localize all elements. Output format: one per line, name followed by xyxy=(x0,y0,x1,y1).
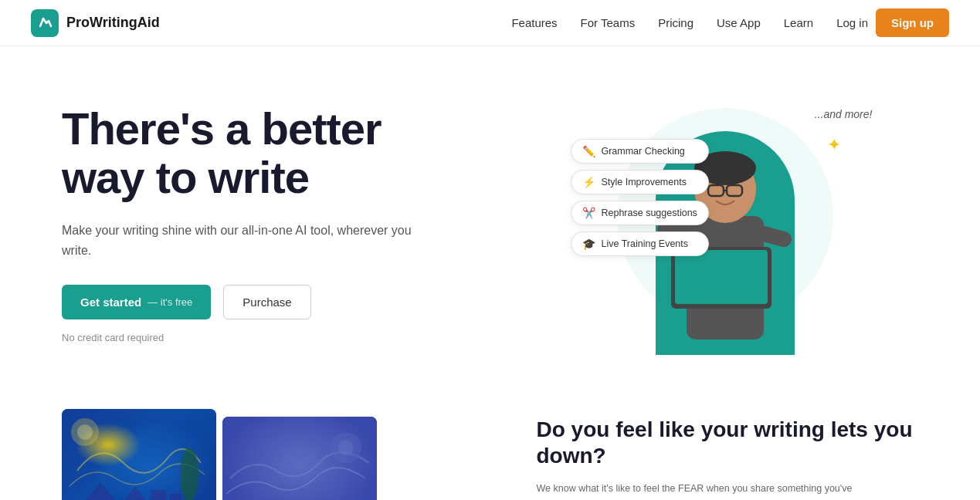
svg-point-17 xyxy=(180,448,198,500)
hero-section: There's a better way to write Make your … xyxy=(0,46,980,386)
svg-rect-15 xyxy=(151,490,166,500)
hero-left: There's a better way to write Make your … xyxy=(62,104,533,344)
nav-for-teams[interactable]: For Teams xyxy=(581,16,636,29)
style-icon: ⚡ xyxy=(582,176,595,188)
nav-learn[interactable]: Learn xyxy=(784,16,813,29)
pill-training-label: Live Training Events xyxy=(601,238,688,249)
pill-style: ⚡ Style Improvements xyxy=(571,170,708,194)
pill-grammar: ✏️ Grammar Checking xyxy=(571,139,708,164)
pill-rephrase: ✂️ Rephrase suggestions xyxy=(571,201,708,225)
svg-point-11 xyxy=(77,424,93,440)
pill-style-label: Style Improvements xyxy=(601,177,686,188)
grammar-icon: ✏️ xyxy=(582,145,595,157)
free-label: — it's free xyxy=(148,296,192,308)
starry-night-card xyxy=(62,409,216,500)
svg-point-19 xyxy=(338,440,354,455)
nav-features[interactable]: Features xyxy=(511,16,557,29)
get-started-label: Get started xyxy=(80,296,141,309)
svg-marker-14 xyxy=(124,486,147,500)
hero-right: ✏️ Grammar Checking ⚡ Style Improvements… xyxy=(533,93,918,355)
hero-subtext: Make your writing shine with our all-in-… xyxy=(62,221,417,260)
signup-button[interactable]: Sign up xyxy=(876,8,949,37)
section2: My idea in my head Do you feel like your… xyxy=(0,401,980,500)
logo-link[interactable]: ProWritingAid xyxy=(31,9,160,37)
logo-text: ProWritingAid xyxy=(66,15,160,31)
feature-pills: ✏️ Grammar Checking ⚡ Style Improvements… xyxy=(571,139,708,256)
more-label: ...and more! xyxy=(815,108,873,120)
login-button[interactable]: Log in xyxy=(829,12,876,34)
nav-links: Features For Teams Pricing Use App Learn xyxy=(511,16,813,29)
svg-rect-16 xyxy=(170,494,181,500)
training-icon: 🎓 xyxy=(582,238,595,250)
idea-card: My idea in my head xyxy=(222,417,377,500)
star-decoration: ✦ xyxy=(827,135,841,155)
section2-body: We know what it's like to feel the FEAR … xyxy=(537,481,861,500)
section2-heading: Do you feel like your writing lets you d… xyxy=(537,417,965,468)
hero-illustration: ✏️ Grammar Checking ⚡ Style Improvements… xyxy=(563,93,887,355)
hero-cta: Get started — it's free Purchase xyxy=(62,285,533,319)
logo-icon xyxy=(31,9,59,37)
nav-use-app[interactable]: Use App xyxy=(717,16,761,29)
section2-text: Do you feel like your writing lets you d… xyxy=(537,401,965,500)
svg-marker-13 xyxy=(85,482,116,500)
nav-pricing[interactable]: Pricing xyxy=(658,16,693,29)
pill-training: 🎓 Live Training Events xyxy=(571,231,708,256)
purchase-button[interactable]: Purchase xyxy=(223,285,310,319)
navbar: ProWritingAid Features For Teams Pricing… xyxy=(0,0,980,46)
svg-rect-2 xyxy=(675,250,768,304)
hero-heading: There's a better way to write xyxy=(62,104,533,203)
pill-grammar-label: Grammar Checking xyxy=(601,146,684,157)
rephrase-icon: ✂️ xyxy=(582,207,595,219)
image-wrapper: My idea in my head xyxy=(62,401,490,500)
no-credit-text: No credit card required xyxy=(62,332,533,343)
pill-rephrase-label: Rephrase suggestions xyxy=(601,208,697,218)
get-started-button[interactable]: Get started — it's free xyxy=(62,285,211,319)
section2-images: My idea in my head xyxy=(62,401,490,500)
